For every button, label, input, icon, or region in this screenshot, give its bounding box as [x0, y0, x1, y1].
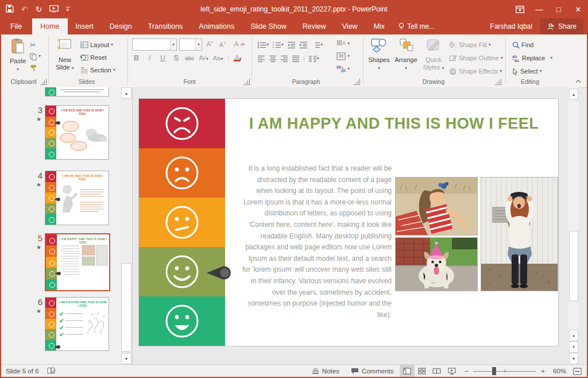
scrollbar-thumb[interactable] — [121, 263, 131, 352]
comments-button[interactable]: Comments — [345, 365, 400, 377]
tab-slide-show[interactable]: Slide Show — [242, 18, 295, 34]
underline-button[interactable]: U — [158, 54, 167, 62]
rating-angry[interactable] — [139, 99, 225, 148]
text-direction-button[interactable]: A▾ — [336, 38, 350, 49]
drawing-dialog-launcher[interactable] — [495, 79, 501, 85]
thumbnail-slide-2-partial[interactable] — [45, 87, 109, 97]
clear-formatting-button[interactable]: A — [232, 38, 245, 50]
thumbnail-slide-5[interactable]: I AM HAPPY AND THIS IS HOW I FEEL 5 ★ — [45, 233, 109, 291]
next-slide-button[interactable]: ▼ — [569, 341, 578, 353]
notes-button[interactable]: Notes — [306, 365, 345, 377]
align-text-button[interactable]: ▾ — [336, 51, 350, 62]
paste-button[interactable]: Paste ▾ — [5, 37, 31, 77]
scroll-up-button[interactable]: ▲ — [569, 88, 578, 100]
character-spacing-button[interactable]: AV▾ — [199, 55, 208, 61]
editor-scrollbar[interactable]: ▲ ▲ ▼ ▼ — [568, 87, 578, 364]
numbering-button[interactable]: ▾ — [272, 41, 284, 49]
select-button[interactable]: Select▾ — [512, 65, 542, 77]
copy-button[interactable]: ▾ — [30, 51, 41, 62]
share-button[interactable]: Share — [540, 18, 583, 34]
tab-file[interactable]: File — [0, 18, 32, 34]
section-button[interactable]: Section▾ — [80, 64, 115, 76]
rating-sad[interactable] — [139, 148, 225, 198]
change-case-button[interactable]: Aa▾ — [213, 55, 223, 61]
zoom-slider[interactable] — [473, 365, 536, 377]
rating-pointer[interactable] — [206, 264, 232, 283]
new-slide-button[interactable]: New Slide ▾ — [52, 37, 78, 77]
zoom-level[interactable]: 60% — [550, 365, 570, 377]
slide-canvas[interactable]: I AM HAPPY AND THIS IS HOW I FEEL It is … — [139, 99, 558, 346]
tab-animations[interactable]: Animations — [191, 18, 242, 34]
text-shadow-button[interactable]: S — [172, 54, 180, 62]
user-name[interactable]: Farshad Iqbal — [490, 22, 532, 30]
slide-body-text[interactable]: It is a long established fact that a rea… — [240, 163, 392, 321]
close-button[interactable]: ✕ — [568, 0, 588, 18]
slide-sorter-view-button[interactable] — [415, 365, 430, 377]
normal-view-button[interactable] — [400, 365, 415, 377]
strikethrough-button[interactable]: abc — [185, 55, 194, 61]
clipboard-dialog-launcher[interactable] — [40, 79, 47, 85]
convert-smartart-button[interactable]: ▾ — [336, 63, 350, 75]
align-center-button[interactable] — [269, 55, 277, 63]
collapse-ribbon-button[interactable] — [575, 77, 582, 85]
ribbon-display-options-icon[interactable] — [510, 0, 529, 18]
increase-indent-button[interactable] — [299, 41, 308, 49]
thumbnail-slide-3[interactable]: I AM SAD AND THIS IS HOW I FEEL 3 ★ — [45, 105, 109, 160]
slideshow-view-button[interactable] — [444, 365, 459, 377]
cut-button[interactable]: ✂ — [30, 39, 36, 51]
reset-button[interactable]: Reset — [80, 52, 107, 63]
zoom-slider-thumb[interactable] — [492, 367, 496, 375]
font-size-combo[interactable]: ▾ — [179, 38, 202, 51]
spellcheck-icon[interactable] — [47, 367, 56, 376]
photo-girl[interactable] — [395, 177, 478, 236]
italic-button[interactable]: I — [145, 54, 154, 62]
font-dialog-launcher[interactable] — [243, 79, 250, 85]
scrollbar-thumb[interactable] — [569, 231, 578, 301]
tab-home[interactable]: Home — [32, 18, 67, 34]
tab-view[interactable]: View — [334, 18, 366, 34]
tab-review[interactable]: Review — [295, 18, 334, 34]
tab-insert[interactable]: Insert — [68, 18, 102, 34]
tab-transitions[interactable]: Transitions — [140, 18, 191, 34]
slide-counter[interactable]: Slide 5 of 6 — [6, 368, 39, 375]
align-left-button[interactable] — [257, 55, 265, 63]
shrink-font-button[interactable]: A˅ — [218, 38, 227, 50]
replace-button[interactable]: abac Replace ▾ — [512, 52, 552, 64]
photo-woman[interactable] — [481, 177, 558, 291]
rating-excited[interactable] — [139, 296, 225, 346]
tab-design[interactable]: Design — [102, 18, 140, 34]
photo-dog[interactable] — [395, 237, 478, 291]
rating-neutral[interactable] — [139, 198, 225, 247]
zoom-in-button[interactable]: + — [540, 365, 550, 377]
scroll-down-button[interactable]: ▼ — [569, 353, 578, 364]
zoom-out-button[interactable]: − — [459, 365, 470, 377]
scroll-down-button[interactable]: ▼ — [121, 353, 131, 364]
tab-mix[interactable]: Mix — [366, 18, 393, 34]
bold-button[interactable]: B — [132, 54, 141, 62]
line-spacing-button[interactable]: ▾ — [311, 41, 323, 49]
justify-button[interactable] — [292, 55, 300, 63]
decrease-indent-button[interactable] — [287, 41, 296, 49]
find-button[interactable]: Find — [512, 39, 533, 51]
paragraph-dialog-launcher[interactable] — [354, 79, 360, 85]
columns-button[interactable]: ▾ — [308, 55, 319, 63]
thumbnail-slide-6[interactable]: I AM EXCITED AND THIS IS HOW I FEEL 6 ★ — [45, 297, 109, 351]
shape-effects-button[interactable]: Shape Effects▾ — [449, 65, 502, 77]
maximize-button[interactable]: □ — [549, 0, 568, 18]
bullets-button[interactable]: ▾ — [257, 41, 269, 49]
thumbnail-slide-4[interactable]: I AM OK AND THIS IS HOW I FEEL 4 ★ — [45, 171, 109, 225]
shapes-button[interactable]: Shapes ▾ — [366, 37, 392, 77]
font-color-button[interactable]: A▾ — [234, 54, 242, 62]
slide-title[interactable]: I AM HAPPY AND THIS IS HOW I FEEL — [237, 115, 551, 133]
previous-slide-button[interactable]: ▲ — [569, 330, 578, 341]
minimize-button[interactable]: — — [529, 0, 549, 18]
scroll-up-button[interactable]: ▲ — [121, 87, 131, 99]
shape-outline-button[interactable]: Shape Outline▾ — [449, 52, 503, 64]
font-name-combo[interactable]: ▾ — [132, 38, 177, 51]
shape-fill-button[interactable]: Shape Fill▾ — [449, 39, 491, 51]
layout-button[interactable]: Layout▾ — [80, 39, 113, 51]
thumbnail-scrollbar[interactable]: ▲ ▼ — [121, 87, 131, 364]
tell-me-box[interactable]: Tell me... — [393, 18, 440, 34]
align-right-button[interactable] — [280, 55, 288, 63]
fit-to-window-button[interactable] — [570, 365, 585, 377]
